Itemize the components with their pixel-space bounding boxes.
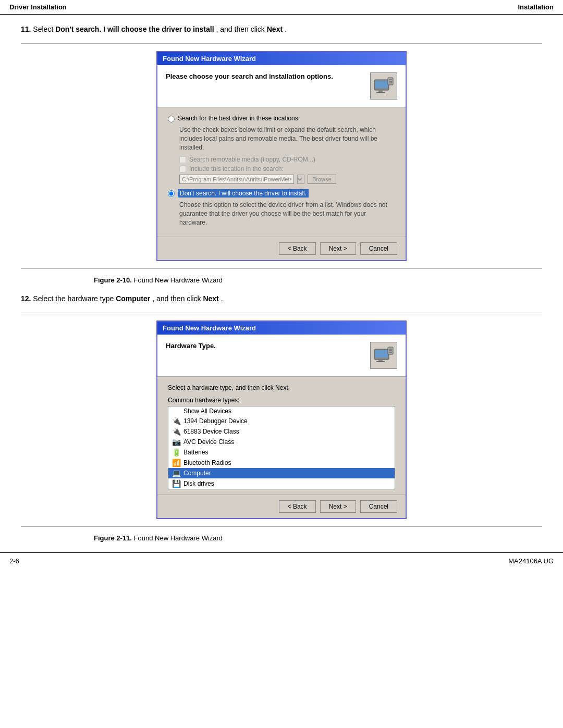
wizard1-radio2-desc: Choose this option to select the device … [179,201,395,227]
figure11-title-text: Found New Hardware Wizard [134,534,223,542]
hw-list-item-label: 61883 Device Class [183,428,239,435]
step11-instruction: 11. Select Don't search. I will choose t… [21,24,542,35]
step11-bold2: Next [267,25,283,33]
svg-rect-10 [378,360,383,361]
wizard2-list-label: Common hardware types: [168,397,395,404]
page-header: Driver Installation Installation [0,0,563,15]
wizard1-path-input[interactable] [179,175,294,184]
wizard1-checkbox2-row: Include this location in the search: [179,165,395,172]
wizard1-top-title: Please choose your search and installati… [166,72,370,80]
hw-list-item-label: 1394 Debugger Device [183,417,248,425]
page-content: 11. Select Don't search. I will choose t… [0,15,563,542]
wizard2-title: Found New Hardware Wizard [163,324,256,332]
hw-list-item-icon: 🔌 [172,427,181,436]
hw-list-item-label: Disk drives [183,480,214,487]
wizard1-titlebar: Found New Hardware Wizard [157,52,406,65]
wizard2-titlebar: Found New Hardware Wizard [157,322,406,335]
figure10-label: Figure 2-10. [94,276,132,284]
step12-bold1: Computer [116,294,150,303]
step11-number: 11. [21,25,31,33]
wizard2-icon [370,342,397,369]
hw-list-item-icon: 💻 [172,469,181,477]
wizard1-checkbox2[interactable] [179,166,186,172]
hw-list-item[interactable]: 📶Bluetooth Radios [168,458,395,468]
figure10-caption: Figure 2-10. Found New Hardware Wizard [94,276,542,284]
hw-list-item-label: Show All Devices [183,408,231,415]
step12-text-after: . [221,294,223,303]
hw-list-item-icon: 📷 [172,438,181,446]
hw-list-item[interactable]: 🖥Display adapters [168,489,395,489]
wizard1-main: Search for the best driver in these loca… [157,107,406,237]
hw-list-item-label: AVC Device Class [183,438,234,446]
wizard2-top-section: Hardware Type. [157,335,406,377]
wizard1-icon [370,72,397,100]
hw-list-item-icon: 🔋 [172,448,181,456]
wizard2-top-title: Hardware Type. [166,342,370,350]
step11-bold1: Don't search. I will choose the driver t… [55,25,214,33]
step11-text-after: . [285,25,287,33]
step11-text-before: Select [33,25,55,33]
wizard1-buttons: < Back Next > Cancel [157,237,406,260]
wizard2-cancel-button[interactable]: Cancel [360,500,397,513]
hw-list-item-label: Computer [183,470,211,477]
figure10-title-text: Found New Hardware Wizard [134,276,223,284]
wizard1-radio2-option: Don't search. I will choose the driver t… [168,189,395,198]
svg-rect-3 [376,92,385,93]
divider-1 [21,43,542,44]
svg-rect-11 [376,361,385,362]
hw-list-item-label: Bluetooth Radios [183,459,231,466]
wizard1-path-select[interactable] [297,175,304,184]
wizard1-path-row: Browse [179,175,395,184]
divider-3 [21,313,542,313]
wizard1-back-button[interactable]: < Back [279,242,316,255]
wizard1-body: Please choose your search and installati… [157,65,406,260]
wizard1-radio1-label: Search for the best driver in these loca… [178,115,300,122]
hw-list-item[interactable]: 🔋Batteries [168,447,395,458]
wizard1-radio1[interactable] [168,116,175,122]
wizard2-window: Found New Hardware Wizard Hardware Type. [156,320,407,519]
wizard1-radio2-label: Don't search. I will choose the driver t… [178,189,309,198]
step11-text-mid: , and then click [216,25,266,33]
svg-rect-9 [375,350,388,357]
wizard1-checkbox1[interactable] [179,156,186,163]
wizard1-next-button[interactable]: Next > [320,242,356,255]
wizard1-radio1-option: Search for the best driver in these loca… [168,115,395,122]
step12-text-before: Select the hardware type [33,294,116,303]
figure11-label: Figure 2-11. [94,534,132,542]
hw-list-item-icon: 🔌 [172,417,181,425]
footer-right: MA24106A UG [508,557,554,565]
divider-4 [21,526,542,527]
wizard1-radio1-desc: Use the check boxes below to limit or ex… [179,126,395,152]
wizard1-checkbox1-label: Search removable media (floppy, CD-ROM..… [189,156,315,163]
wizard2-body: Hardware Type. Select a hardware t [157,335,406,518]
wizard2-hw-list[interactable]: Show All Devices🔌1394 Debugger Device🔌61… [168,406,395,489]
hw-list-item[interactable]: Show All Devices [168,406,395,416]
hw-list-item-icon: 💾 [172,479,181,488]
hw-list-item[interactable]: 💾Disk drives [168,478,395,489]
header-left: Driver Installation [9,3,67,11]
wizard2-instruction: Select a hardware type, and then click N… [168,384,395,391]
wizard2-buttons: < Back Next > Cancel [157,495,406,518]
hw-list-item[interactable]: 🔌1394 Debugger Device [168,416,395,426]
step12-bold2: Next [203,294,218,303]
svg-rect-1 [375,81,388,88]
wizard2-next-button[interactable]: Next > [320,500,356,513]
hw-list-item-label: Batteries [183,449,208,456]
step12-number: 12. [21,294,31,303]
step12-text-mid: , and then click [152,294,203,303]
hw-list-item[interactable]: 💻Computer [168,468,395,478]
wizard1-browse-button[interactable]: Browse [308,175,336,184]
hw-list-item[interactable]: 📷AVC Device Class [168,437,395,447]
page-footer: 2-6 MA24106A UG [0,552,563,569]
header-right: Installation [518,3,554,11]
wizard1-radio2[interactable] [168,190,175,197]
wizard1-cancel-button[interactable]: Cancel [360,242,397,255]
wizard1-checkbox1-row: Search removable media (floppy, CD-ROM..… [179,156,395,163]
hw-list-item-icon: 📶 [172,459,181,467]
wizard2-back-button[interactable]: < Back [279,500,316,513]
footer-left: 2-6 [9,557,19,565]
hw-list-item[interactable]: 🔌61883 Device Class [168,426,395,437]
svg-rect-2 [378,90,383,92]
wizard1-title: Found New Hardware Wizard [163,55,256,63]
wizard1-window: Found New Hardware Wizard Please choose … [156,51,407,261]
